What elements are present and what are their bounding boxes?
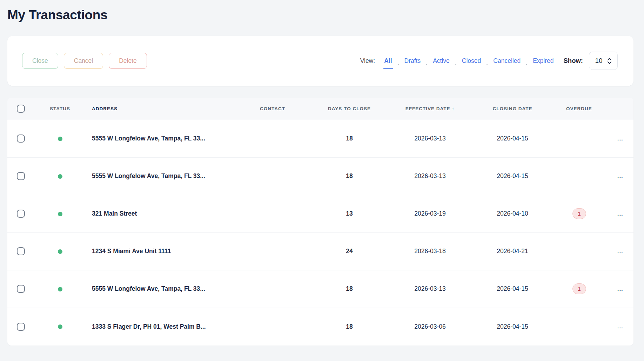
- table-row: 321 Main Street 13 2026-03-19 2026-04-10…: [7, 195, 633, 233]
- close-button[interactable]: Close: [22, 53, 58, 69]
- address-link[interactable]: 1333 S Flager Dr, PH 01, West Palm B...: [79, 323, 253, 330]
- status-active-dot: [58, 212, 62, 216]
- days-to-close-cell: 24: [313, 248, 386, 255]
- table-row: 5555 W Longfelow Ave, Tampa, FL 33... 18…: [7, 120, 633, 158]
- view-separator-dot: [398, 64, 399, 65]
- status-active-dot: [58, 174, 62, 179]
- days-to-close-cell: 18: [313, 285, 386, 293]
- select-all-checkbox[interactable]: [17, 105, 25, 113]
- page-title: My Transactions: [0, 8, 644, 23]
- cancel-button[interactable]: Cancel: [64, 53, 103, 69]
- effective-date-cell: 2026-03-19: [386, 210, 474, 217]
- row-menu-button[interactable]: ...: [617, 211, 623, 217]
- show-label: Show:: [564, 57, 583, 65]
- view-separator-dot: [526, 64, 527, 65]
- table-row: 1234 S Miami Ave Unit 1111 24 2026-03-18…: [7, 233, 633, 270]
- closing-date-cell: 2026-04-15: [474, 323, 551, 330]
- view-separator-dot: [487, 64, 488, 65]
- column-header-effective-date[interactable]: EFFECTIVE DATE ↑: [386, 106, 474, 111]
- view-separator-dot: [426, 64, 427, 65]
- row-menu-button[interactable]: ...: [617, 286, 623, 292]
- bulk-actions: Close Cancel Delete: [22, 53, 147, 69]
- table-body: 5555 W Longfelow Ave, Tampa, FL 33... 18…: [7, 120, 633, 346]
- table-header-row: STATUS ADDRESS CONTACT DAYS TO CLOSE EFF…: [7, 98, 633, 120]
- address-link[interactable]: 1234 S Miami Ave Unit 1111: [79, 248, 253, 255]
- view-filter-closed[interactable]: Closed: [462, 57, 481, 65]
- column-header-address[interactable]: ADDRESS: [79, 106, 253, 111]
- address-link[interactable]: 321 Main Street: [79, 210, 253, 217]
- show-count-value: 10: [595, 57, 602, 65]
- overdue-badge: 1: [572, 208, 586, 219]
- column-header-overdue: OVERDUE: [551, 106, 607, 111]
- effective-date-cell: 2026-03-06: [386, 323, 474, 330]
- address-link[interactable]: 5555 W Longfelow Ave, Tampa, FL 33...: [79, 172, 253, 180]
- row-menu-button[interactable]: ...: [617, 323, 623, 329]
- status-active-dot: [58, 324, 62, 329]
- column-header-closing-date[interactable]: CLOSING DATE: [474, 106, 551, 111]
- table-row: 5555 W Longfelow Ave, Tampa, FL 33... 18…: [7, 270, 633, 308]
- row-menu-button[interactable]: ...: [617, 248, 623, 254]
- column-header-days-to-close[interactable]: DAYS TO CLOSE: [313, 106, 386, 111]
- view-filter-drafts[interactable]: Drafts: [404, 57, 421, 65]
- toolbar-card: Close Cancel Delete View: All Drafts Act…: [7, 36, 633, 86]
- row-checkbox[interactable]: [17, 247, 25, 255]
- view-filter-cancelled[interactable]: Cancelled: [493, 57, 521, 65]
- status-active-dot: [58, 137, 62, 141]
- row-checkbox[interactable]: [17, 210, 25, 218]
- address-link[interactable]: 5555 W Longfelow Ave, Tampa, FL 33...: [79, 285, 253, 293]
- select-updown-icon: [607, 58, 612, 64]
- view-filter-active[interactable]: Active: [433, 57, 450, 65]
- row-menu-button[interactable]: ...: [617, 136, 623, 142]
- days-to-close-cell: 18: [313, 135, 386, 142]
- view-label: View:: [360, 57, 375, 65]
- closing-date-cell: 2026-04-21: [474, 248, 551, 255]
- show-count-select[interactable]: 10: [589, 52, 618, 70]
- delete-button[interactable]: Delete: [109, 53, 147, 69]
- view-filter-all[interactable]: All: [384, 57, 392, 65]
- table-row: 5555 W Longfelow Ave, Tampa, FL 33... 18…: [7, 158, 633, 195]
- closing-date-cell: 2026-04-10: [474, 210, 551, 217]
- days-to-close-cell: 18: [313, 172, 386, 180]
- status-active-dot: [58, 249, 62, 254]
- address-link[interactable]: 5555 W Longfelow Ave, Tampa, FL 33...: [79, 135, 253, 142]
- transactions-table: STATUS ADDRESS CONTACT DAYS TO CLOSE EFF…: [7, 98, 633, 346]
- row-checkbox[interactable]: [17, 172, 25, 180]
- closing-date-cell: 2026-04-15: [474, 135, 551, 142]
- row-checkbox[interactable]: [17, 323, 25, 331]
- view-filters: View: All Drafts Active Closed Cancelled…: [360, 52, 618, 70]
- column-header-status: STATUS: [41, 106, 79, 111]
- effective-date-cell: 2026-03-18: [386, 248, 474, 255]
- row-checkbox[interactable]: [17, 285, 25, 293]
- effective-date-cell: 2026-03-13: [386, 135, 474, 142]
- view-separator-dot: [455, 64, 456, 65]
- effective-date-cell: 2026-03-13: [386, 172, 474, 180]
- effective-date-cell: 2026-03-13: [386, 285, 474, 293]
- status-active-dot: [58, 287, 62, 291]
- closing-date-cell: 2026-04-15: [474, 285, 551, 293]
- table-row: 1333 S Flager Dr, PH 01, West Palm B... …: [7, 308, 633, 346]
- row-menu-button[interactable]: ...: [617, 173, 623, 179]
- view-filter-expired[interactable]: Expired: [533, 57, 554, 65]
- row-checkbox[interactable]: [17, 134, 25, 143]
- days-to-close-cell: 18: [313, 323, 386, 330]
- column-header-contact[interactable]: CONTACT: [253, 106, 313, 111]
- closing-date-cell: 2026-04-15: [474, 172, 551, 180]
- days-to-close-cell: 13: [313, 210, 386, 217]
- overdue-badge: 1: [572, 283, 586, 294]
